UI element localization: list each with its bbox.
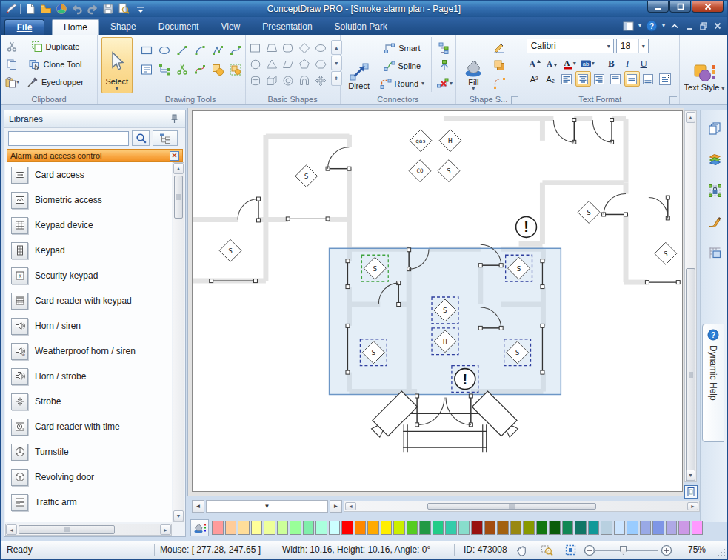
library-hscrollbar[interactable]: ◄ ► [5,524,172,536]
align-left-button[interactable] [559,71,575,87]
eyedropper-button[interactable]: Eyedropper [24,74,87,90]
color-swatch[interactable] [251,521,263,535]
color-swatch[interactable] [510,521,522,535]
redo-icon[interactable] [86,3,98,16]
corner-rounding-button[interactable] [490,75,508,91]
library-item-biometric-access[interactable]: Biometric access [5,187,172,213]
color-swatch[interactable] [393,521,405,535]
color-swatch[interactable] [419,521,431,535]
library-item-horn-strobe[interactable]: Horn / strobe [5,364,172,389]
color-swatch[interactable] [640,521,652,535]
paste-button[interactable]: ▾ [3,74,21,90]
color-swatch[interactable] [341,521,353,535]
library-item-card-reader-with-keypad[interactable]: Card reader with keypad [5,288,172,313]
text-style-button[interactable]: Text Style ▾ [682,37,727,93]
clone-tool-button[interactable]: Clone Tool [24,56,87,73]
zoom-in-icon[interactable] [660,544,674,558]
color-swatch[interactable] [290,521,301,535]
color-swatch[interactable] [355,521,367,535]
color-swatch[interactable] [303,521,315,535]
cross-arrow-shape[interactable] [313,73,329,88]
valign-middle-button[interactable] [624,71,640,87]
select-tool-button[interactable]: Select ▾ [101,37,133,93]
app-pen-icon[interactable] [4,3,17,16]
next-page-button[interactable]: ► [330,500,342,513]
zoom-area-icon[interactable] [540,543,554,557]
square-shape[interactable] [248,40,264,56]
shape-style-launcher-icon[interactable] [511,96,518,104]
parallelogram-shape[interactable] [281,56,296,72]
spline-connector-button[interactable]: Spline [375,57,428,74]
triangle-shape[interactable] [264,56,280,72]
palette-bucket-icon[interactable] [190,519,209,536]
resize-grip[interactable] [716,547,725,556]
library-item-security-keypad[interactable]: K Security keypad [5,263,172,288]
color-swatch[interactable] [562,521,574,535]
color-swatch[interactable] [536,521,548,535]
color-swatch[interactable] [601,521,612,535]
collapse-ribbon-icon[interactable] [669,20,681,32]
more-dropdown-icon[interactable] [133,3,145,16]
shadow-button[interactable] [490,57,508,73]
color-swatch[interactable] [471,521,483,535]
lock-icon[interactable] [704,180,725,201]
open-folder-icon[interactable] [39,3,52,16]
valign-top-button[interactable] [608,71,624,87]
direct-connector-button[interactable]: Direct [343,37,375,92]
font-family-select[interactable]: Calibri▾ [527,39,614,53]
valign-bottom-button[interactable] [641,71,656,87]
color-swatch[interactable] [367,521,379,535]
circle-shape[interactable] [248,56,264,72]
library-item-keypad-device[interactable]: Keypad device [5,213,172,238]
library-item-turnstile[interactable]: Turnstile [5,439,172,464]
color-swatch[interactable] [329,521,341,535]
library-item-strobe[interactable]: Strobe [5,389,172,414]
line-tool-icon[interactable] [174,41,191,59]
hexagon-shape[interactable] [313,56,329,72]
subscript-button[interactable]: A₂ [543,71,558,87]
help-icon[interactable]: ? [645,19,658,33]
tab-solution-park[interactable]: Solution Park [324,19,398,35]
color-swatch[interactable] [225,521,237,535]
color-swatch[interactable] [238,521,250,535]
ellipse-tool-icon[interactable] [156,41,173,59]
align-right-button[interactable] [592,71,607,87]
fill-button[interactable]: Fill ▾ [458,37,488,92]
minimize-button[interactable] [647,1,669,13]
library-search-input[interactable] [8,131,129,146]
line-style-button[interactable] [490,39,508,56]
library-group-header[interactable]: Alarm and access control ✕ [7,149,183,162]
page-selector-dropdown[interactable]: ▼ [206,500,328,513]
tab-home[interactable]: Home [52,19,99,35]
polyline-tool-icon[interactable] [210,41,227,59]
color-swatch[interactable] [678,521,690,535]
format-brush-icon[interactable] [704,211,725,232]
diamond-shape[interactable] [297,40,313,56]
connector-tool-icon[interactable] [156,61,173,79]
split-tool-icon[interactable] [174,61,191,79]
color-swatch[interactable] [458,521,470,535]
font-color-button[interactable]: A▾ [561,56,578,71]
color-swatch[interactable] [277,521,289,535]
pentagon-shape[interactable] [297,56,313,72]
text-tool-icon[interactable] [138,61,156,79]
pan-tool-icon[interactable] [515,543,530,558]
color-swatch[interactable] [692,521,704,535]
cut-button[interactable] [3,39,21,55]
library-item-keypad[interactable]: Keypad [5,238,172,263]
tree-connector-icon[interactable] [435,39,454,56]
color-swatch[interactable] [212,521,224,535]
color-swatch[interactable] [575,521,587,535]
file-menu-button[interactable]: File [4,19,44,35]
donut-shape[interactable] [281,73,296,88]
color-swatch[interactable] [433,521,444,535]
doc-close-icon[interactable] [712,21,723,31]
tab-view[interactable]: View [210,19,251,35]
text-rotate-button[interactable] [657,71,673,87]
italic-button[interactable]: I [620,56,635,71]
help-dropdown-icon[interactable]: ▾ [662,24,665,28]
cylinder-shape[interactable] [248,73,264,88]
undo-icon[interactable] [70,3,83,16]
new-document-icon[interactable] [24,3,36,16]
color-swatch[interactable] [407,521,418,535]
